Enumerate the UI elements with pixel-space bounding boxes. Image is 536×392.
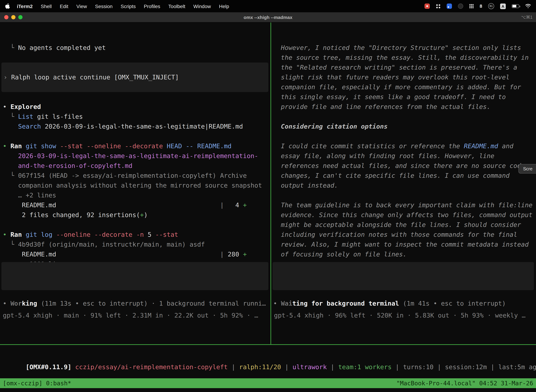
text-segment: +: [140, 211, 144, 219]
terminal-line: companion analysis without altering the …: [3, 181, 270, 190]
menu-item-toolbelt[interactable]: Toolbelt: [168, 3, 185, 9]
gauge-icon[interactable]: 61: [488, 3, 494, 9]
text-segment: •: [3, 103, 10, 110]
traffic-lights: [0, 15, 23, 19]
terminal-line: … +2 lines: [3, 190, 270, 200]
raycast-icon[interactable]: [447, 4, 452, 9]
text-segment: evidence. Since this change only affects…: [273, 211, 532, 219]
left-session-status: gpt-5.4 xhigh · main · 91% left · 2.31M …: [3, 311, 270, 320]
menu-item-window[interactable]: Window: [193, 3, 211, 9]
menu-item-session[interactable]: Session: [95, 3, 113, 9]
terminal-line: and-the-erosion-of-copyleft.md: [3, 161, 270, 171]
menubar-status-icons: 8 61 A: [425, 3, 531, 9]
text-segment: provide file and line references from th…: [273, 103, 490, 110]
text-segment: Considering citation options: [273, 123, 388, 130]
terminal-line: might be acceptable alongside the file l…: [273, 220, 536, 230]
terminal-line: └ No agents completed yet: [3, 43, 270, 53]
text-segment: and-the-erosion-of-copyleft.md: [3, 162, 132, 169]
battery-icon[interactable]: [512, 4, 519, 8]
terminal-line: output instead.: [273, 181, 536, 190]
terminal-blank-line: [3, 220, 270, 230]
window-title: omx --xhigh --madmax: [0, 14, 536, 20]
app-grid-icon[interactable]: [469, 4, 474, 9]
text-segment: 2026-03-09-is-legal-the-same-as-legitima…: [3, 152, 258, 159]
apple-menu[interactable]: [5, 3, 10, 9]
text-segment: --oneline --decorate -n: [56, 231, 148, 238]
left-pane[interactable]: └ No agents completed yet› Ralph loop ac…: [0, 23, 270, 344]
tmux-host-clock: "MacBook-Pro-44.local" 04:52 31-Mar-26: [396, 378, 533, 388]
wifi-icon[interactable]: [525, 4, 531, 9]
menu-item-help[interactable]: Help: [219, 3, 229, 9]
terminal-line: • Explored: [3, 102, 270, 112]
text-segment: •: [3, 142, 10, 150]
terminal-line: references need actual files, and since …: [273, 161, 536, 171]
keyboard-grid-icon[interactable]: [436, 4, 441, 9]
dark-app-icon[interactable]: [458, 4, 463, 9]
text-segment: No agents completed yet: [18, 44, 106, 51]
text-segment: team:1 workers: [338, 363, 392, 371]
screen-recording-icon[interactable]: [425, 4, 430, 9]
menu-item-iterm2[interactable]: iTerm2: [17, 3, 33, 9]
terminal-line: I could cite commit statistics or refere…: [273, 141, 536, 151]
omx-status-line: [OMX#0.11.9] cczip/essay/ai-reimplementa…: [26, 363, 536, 371]
text-segment: README.md: [3, 201, 220, 209]
window-shortcut-badge: ⌥⌘1: [521, 15, 536, 20]
text-segment: [OMX#0.11.9]: [26, 363, 75, 371]
right-prompt-input[interactable]: › Improve documentation in @filename: [273, 262, 534, 290]
text-segment: … +2 lines: [3, 191, 56, 199]
terminal-line: └ List git ls-files: [3, 112, 270, 121]
tmux-session-label: [omx-cczip] 0:bash*: [3, 378, 71, 388]
text-segment: |: [327, 363, 338, 371]
menu-item-scripts[interactable]: Scripts: [121, 3, 136, 9]
text-segment: the source tree, missing the essay. Stil…: [273, 54, 529, 61]
terminal-line: 2 files changed, 92 insertions(+): [3, 210, 270, 220]
apple-icon: [5, 3, 10, 9]
text-segment: Ralph loop active continue [OMX_TMUX_INJ…: [11, 73, 179, 81]
terminal-blank-line: [3, 92, 270, 102]
text-segment: List: [18, 113, 34, 120]
wifi-glyph: [525, 4, 531, 9]
terminal-line: 2026-03-09-is-legal-the-same-as-legitima…: [3, 151, 270, 161]
text-segment: --stat: [155, 231, 178, 238]
left-prompt-input[interactable]: › Improve documentation in @filename: [1, 262, 268, 290]
terminal-line: • Ran git log --oneline --decorate -n 5 …: [3, 230, 270, 240]
zoom-button[interactable]: [18, 15, 23, 19]
menu-item-view[interactable]: View: [76, 3, 87, 9]
text-segment: Ran: [10, 142, 26, 150]
text-segment: 2 files changed, 92 insertions(: [3, 211, 140, 219]
text-segment: HEAD -- README.md: [167, 142, 231, 150]
terminal-line: Considering citation options: [273, 121, 536, 131]
text-segment: git show: [26, 142, 60, 150]
text-segment: and: [498, 142, 513, 150]
text-segment: +: [243, 201, 247, 209]
terminal-line: evidence. Since this change only affects…: [273, 210, 536, 220]
text-segment: README.md: [464, 142, 498, 150]
text-segment: might be acceptable alongside the file l…: [273, 221, 521, 228]
right-pane[interactable]: However, I noticed the "Directory Struct…: [271, 23, 536, 344]
text-segment: Explored: [10, 103, 41, 110]
terminal-blank-line: [3, 131, 270, 141]
text-segment: 5: [148, 231, 155, 238]
text-segment: --stat --oneline --decorate: [60, 142, 167, 150]
passwords-icon[interactable]: 8: [480, 4, 482, 9]
text-segment: However, I noticed the "Directory Struct…: [273, 44, 521, 51]
menu-item-profiles[interactable]: Profiles: [144, 3, 160, 9]
terminal-line: • Ran git show --stat --oneline --decora…: [3, 141, 270, 151]
terminal-line: README.md | 4 +: [3, 200, 270, 210]
terminal-line: the "Related research writing" section i…: [273, 62, 536, 72]
minimize-button[interactable]: [11, 15, 15, 19]
text-segment: ): [144, 211, 148, 219]
menu-item-shell[interactable]: Shell: [41, 3, 52, 9]
text-segment: [3, 123, 18, 130]
text-segment: Ran: [10, 231, 26, 238]
text-segment: |: [228, 363, 239, 371]
screen-popover[interactable]: Scre: [519, 164, 536, 173]
close-button[interactable]: [4, 15, 9, 19]
text-segment: ultrawork: [292, 363, 327, 371]
menu-items: iTerm2ShellEditViewSessionScriptsProfile…: [17, 3, 229, 9]
text-segment: ralph:11/20: [239, 363, 281, 371]
pane-divider-horizontal[interactable]: [0, 344, 536, 345]
menu-item-edit[interactable]: Edit: [60, 3, 68, 9]
text-segment: cczip/essay/ai-reimplementation-copyleft: [75, 363, 228, 371]
input-source-icon[interactable]: A: [500, 3, 506, 9]
